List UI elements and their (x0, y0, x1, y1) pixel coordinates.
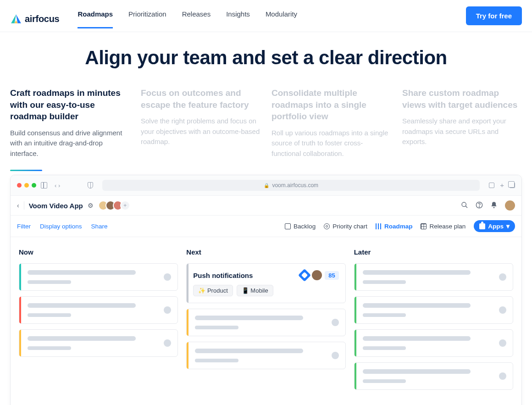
close-dot-icon[interactable] (17, 183, 22, 188)
svg-line-1 (466, 206, 467, 208)
card[interactable] (354, 329, 513, 357)
chrome-right-icons: + (489, 183, 515, 188)
feature-title: Consolidate multiple roadmaps into a sin… (272, 87, 391, 122)
feature-desc: Seamlessly share and export your roadmap… (402, 116, 522, 147)
card[interactable] (19, 263, 178, 291)
svg-point-3 (479, 206, 479, 207)
target-icon (324, 223, 330, 229)
brand-logo[interactable]: airfocus (10, 13, 59, 25)
timeline-icon (376, 223, 382, 229)
notifications-icon[interactable] (490, 201, 498, 210)
view-backlog[interactable]: Backlog (285, 223, 316, 230)
feature-tabs: Craft roadmaps in minutes with our easy-… (0, 87, 532, 175)
list-icon (285, 223, 291, 229)
card[interactable] (354, 362, 513, 390)
lock-icon: 🔒 (264, 183, 269, 188)
search-icon[interactable] (461, 201, 468, 210)
card-tags: ✨ Product 📱 Mobile (193, 285, 273, 296)
card[interactable] (186, 309, 345, 336)
app-bar: ‹ Voom Video App ⚙ + (11, 196, 521, 216)
view-release-plan[interactable]: Release plan (421, 223, 466, 230)
feature-title: Craft roadmaps in minutes with our easy-… (10, 87, 130, 122)
card-push-notifications[interactable]: Push notifications 85 ✨ Product 📱 Mobile (186, 263, 345, 303)
jira-icon[interactable] (298, 269, 311, 282)
chevron-down-icon: ▾ (506, 222, 510, 230)
feature-tab-outcomes[interactable]: Focus on outcomes and escape the feature… (141, 87, 260, 171)
feature-underline (10, 170, 42, 171)
gear-icon[interactable]: ⚙ (88, 202, 94, 209)
feature-desc: Build consensus and drive alignment with… (10, 128, 130, 159)
nav-back-forward[interactable]: ‹ › (55, 182, 60, 189)
minimize-dot-icon[interactable] (24, 183, 29, 188)
feature-tab-portfolio[interactable]: Consolidate multiple roadmaps into a sin… (272, 87, 391, 171)
feature-desc: Solve the right problems and focus on yo… (141, 116, 260, 147)
column-later: Later (354, 248, 513, 395)
column-title: Now (19, 248, 178, 256)
browser-mock: ‹ › 🔒 voom.airfocus.com + ‹ Voom Video A… (10, 175, 522, 405)
divider (24, 201, 24, 210)
tag-mobile[interactable]: 📱 Mobile (237, 285, 273, 296)
feature-title: Share custom roadmap views with target a… (402, 87, 522, 111)
avatar-placeholder-icon (499, 306, 506, 314)
card-title: Push notifications (193, 272, 253, 279)
current-user-avatar[interactable] (505, 200, 515, 211)
avatar-placeholder-icon (499, 339, 506, 347)
avatar-placeholder-icon (332, 319, 339, 326)
share-icon[interactable] (489, 183, 494, 188)
card[interactable] (19, 329, 178, 357)
avatar-placeholder-icon (499, 372, 506, 380)
browser-mock-wrap: ‹ › 🔒 voom.airfocus.com + ‹ Voom Video A… (0, 175, 532, 405)
maximize-dot-icon[interactable] (32, 183, 36, 188)
avatar-placeholder-icon (164, 339, 171, 347)
nav-item-modularity[interactable]: Modularity (266, 10, 297, 28)
score-badge: 85 (325, 271, 338, 280)
apps-button[interactable]: Apps ▾ (474, 220, 515, 232)
tabs-overview-icon[interactable] (510, 183, 515, 188)
card[interactable] (19, 296, 178, 324)
tag-product[interactable]: ✨ Product (193, 285, 233, 296)
nav-item-releases[interactable]: Releases (182, 10, 211, 28)
logo-mark-icon (10, 13, 22, 25)
nav-items: Roadmaps Prioritization Releases Insight… (78, 10, 297, 28)
column-title: Later (354, 248, 513, 256)
assignee-avatar[interactable] (312, 270, 322, 280)
new-tab-icon[interactable]: + (500, 183, 504, 188)
grid-icon (421, 223, 427, 229)
avatar-placeholder-icon (332, 352, 339, 359)
add-collaborator-icon[interactable]: + (120, 200, 130, 211)
collaborator-avatars[interactable]: + (98, 200, 130, 211)
nav-item-roadmaps[interactable]: Roadmaps (78, 10, 113, 28)
avatar-placeholder-icon (499, 273, 506, 281)
help-icon[interactable] (476, 201, 483, 210)
card[interactable] (354, 263, 513, 291)
card[interactable] (354, 296, 513, 324)
avatar-placeholder-icon (164, 273, 171, 281)
address-bar[interactable]: 🔒 voom.airfocus.com (102, 180, 480, 191)
cta-try-free-button[interactable]: Try for free (466, 6, 522, 25)
address-url: voom.airfocus.com (272, 182, 318, 189)
svg-point-0 (462, 202, 466, 206)
top-nav: airfocus Roadmaps Prioritization Release… (0, 0, 532, 32)
workspace-title[interactable]: Voom Video App (29, 202, 83, 210)
view-priority-chart[interactable]: Priority chart (324, 223, 367, 230)
roadmap-board: Now Next Push not (11, 237, 521, 405)
nav-item-prioritization[interactable]: Prioritization (128, 10, 166, 28)
feature-tab-builder[interactable]: Craft roadmaps in minutes with our easy-… (10, 87, 130, 171)
display-options-link[interactable]: Display options (40, 223, 82, 230)
filter-link[interactable]: Filter (17, 223, 31, 230)
browser-chrome: ‹ › 🔒 voom.airfocus.com + (11, 175, 521, 196)
nav-item-insights[interactable]: Insights (226, 10, 250, 28)
share-link[interactable]: Share (91, 223, 108, 230)
sidebar-toggle-icon[interactable] (41, 182, 47, 189)
shield-icon[interactable] (88, 182, 93, 189)
view-roadmap[interactable]: Roadmap (376, 223, 413, 230)
hero: Align your team and set a clear directio… (0, 32, 532, 87)
card[interactable] (186, 342, 345, 369)
hero-title: Align your team and set a clear directio… (9, 47, 523, 69)
feature-desc: Roll up various roadmaps into a single s… (272, 128, 391, 159)
column-title: Next (186, 248, 345, 256)
appbar-right (461, 200, 515, 211)
column-next: Next Push notifications 85 ✨ Product 📱 M… (186, 248, 345, 395)
feature-tab-share[interactable]: Share custom roadmap views with target a… (402, 87, 522, 171)
back-icon[interactable]: ‹ (17, 202, 19, 209)
